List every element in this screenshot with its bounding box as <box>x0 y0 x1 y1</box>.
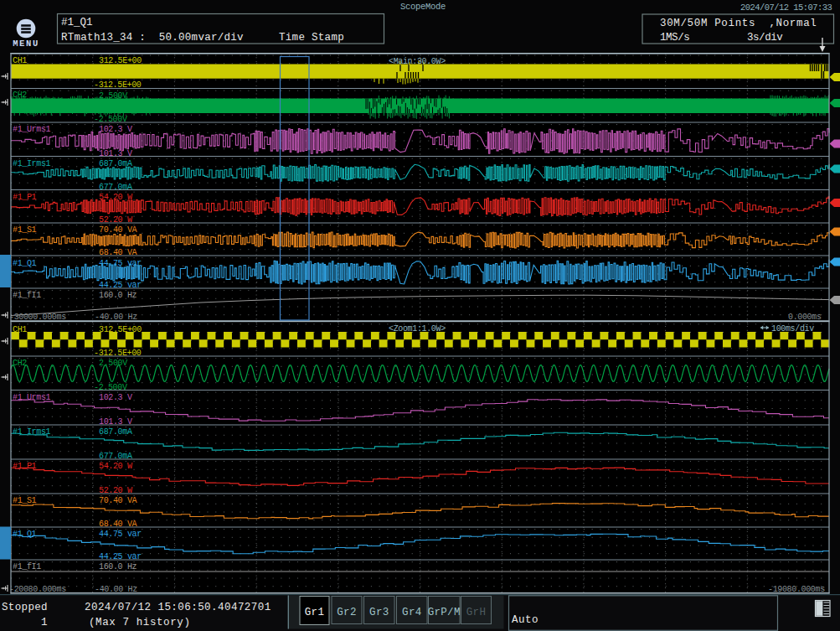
svg-text:GrP/M: GrP/M <box>428 607 461 618</box>
svg-text:677.0mA: 677.0mA <box>99 452 132 461</box>
svg-text:-20080.000ms: -20080.000ms <box>9 585 66 594</box>
svg-text:101.3 V: 101.3 V <box>99 417 132 427</box>
svg-text:-30000.000ms: -30000.000ms <box>9 313 66 322</box>
svg-text:Gr3: Gr3 <box>369 607 389 618</box>
svg-text:52.20 W: 52.20 W <box>99 215 132 225</box>
svg-text:70.40 VA: 70.40 VA <box>99 225 137 235</box>
svg-text:Time Stamp: Time Stamp <box>279 32 344 44</box>
svg-text:0.000ms: 0.000ms <box>788 313 822 322</box>
svg-text:102.3 V: 102.3 V <box>99 393 132 402</box>
svg-text:54.20 W: 54.20 W <box>99 462 132 471</box>
svg-text:CH1: CH1 <box>13 56 27 65</box>
svg-text:-40.00 Hz: -40.00 Hz <box>95 313 137 322</box>
svg-text:101.3 V: 101.3 V <box>99 149 132 158</box>
svg-text:Gr2: Gr2 <box>337 607 356 618</box>
svg-text:#1_fI1: #1_fI1 <box>13 291 41 300</box>
svg-text:2024/07/12 15:06:50.40472701: 2024/07/12 15:06:50.40472701 <box>85 602 271 613</box>
svg-text:2.500V: 2.500V <box>99 91 127 101</box>
svg-text:#1_Q1: #1_Q1 <box>13 530 37 539</box>
svg-text:GrH: GrH <box>466 607 486 618</box>
svg-text:#1_Q1: #1_Q1 <box>13 259 37 268</box>
svg-text:52.20 W: 52.20 W <box>99 486 132 495</box>
svg-text:#1_P1: #1_P1 <box>13 193 37 202</box>
svg-text:MENU: MENU <box>13 39 39 49</box>
svg-text:Stopped: Stopped <box>2 602 48 613</box>
svg-text:677.0mA: 677.0mA <box>99 183 132 192</box>
svg-text:-312.5E+00: -312.5E+00 <box>94 80 142 90</box>
svg-text:ScopeMode: ScopeMode <box>400 2 446 12</box>
svg-text:(Max 7 history): (Max 7 history) <box>89 617 191 628</box>
svg-text:#1_P1: #1_P1 <box>13 462 37 471</box>
svg-text:1: 1 <box>41 617 48 628</box>
svg-text:#1_Q1: #1_Q1 <box>61 17 93 28</box>
svg-text:312.5E+00: 312.5E+00 <box>99 325 142 334</box>
svg-text:<Main:30.0W>: <Main:30.0W> <box>389 57 446 66</box>
svg-text:102.3 V: 102.3 V <box>99 125 132 134</box>
svg-text:44.25 var: 44.25 var <box>99 281 142 290</box>
svg-text:44.25 var: 44.25 var <box>99 552 142 561</box>
svg-text:160.0 Hz: 160.0 Hz <box>99 291 137 300</box>
svg-text:Auto: Auto <box>512 614 539 626</box>
svg-text:CH2: CH2 <box>13 359 27 368</box>
svg-text:68.40 VA: 68.40 VA <box>99 248 137 257</box>
svg-text:#1_Urms1: #1_Urms1 <box>13 125 51 134</box>
svg-text:Gr1: Gr1 <box>305 607 324 618</box>
svg-text:3s/div: 3s/div <box>747 32 783 44</box>
svg-text:RTmath13_34 : 50.00mvar/div: RTmath13_34 : 50.00mvar/div <box>61 32 244 44</box>
svg-text:#1_Irms1: #1_Irms1 <box>13 159 51 168</box>
svg-text:68.40 VA: 68.40 VA <box>99 520 137 529</box>
svg-text:2024/07/12 15:07:33: 2024/07/12 15:07:33 <box>740 3 832 13</box>
svg-text:-19080.000ms: -19080.000ms <box>768 585 825 594</box>
svg-text:54.20 W: 54.20 W <box>99 193 132 202</box>
svg-text:100ms/div: 100ms/div <box>771 324 814 334</box>
svg-text:#1_Urms1: #1_Urms1 <box>13 393 51 402</box>
svg-text:-2.500V: -2.500V <box>94 115 127 124</box>
svg-text:Gr4: Gr4 <box>402 607 421 618</box>
svg-text:30M/50M Points ,Normal: 30M/50M Points ,Normal <box>660 18 817 29</box>
svg-text:#1_S1: #1_S1 <box>13 496 37 505</box>
svg-text:CH2: CH2 <box>13 91 27 100</box>
svg-text:44.75 var: 44.75 var <box>99 259 142 268</box>
svg-text:#1_fI1: #1_fI1 <box>13 562 41 572</box>
svg-text:160.0 Hz: 160.0 Hz <box>99 562 137 572</box>
svg-text:687.0mA: 687.0mA <box>99 427 132 437</box>
svg-text:#1_S1: #1_S1 <box>13 225 37 235</box>
svg-text:<Zoom1:1.0W>: <Zoom1:1.0W> <box>389 324 446 334</box>
svg-text:#1_Irms1: #1_Irms1 <box>13 427 51 437</box>
svg-text:1MS/s: 1MS/s <box>660 32 689 44</box>
svg-text:44.75 var: 44.75 var <box>99 530 142 539</box>
svg-text:CH1: CH1 <box>13 325 27 334</box>
svg-text:70.40 VA: 70.40 VA <box>99 496 137 505</box>
svg-text:-40.00 Hz: -40.00 Hz <box>95 585 137 594</box>
svg-text:2.500V: 2.500V <box>99 359 127 368</box>
svg-text:-312.5E+00: -312.5E+00 <box>94 349 142 358</box>
svg-text:312.5E+00: 312.5E+00 <box>99 56 142 65</box>
svg-text:-2.500V: -2.500V <box>94 383 127 392</box>
svg-text:687.0mA: 687.0mA <box>99 159 132 168</box>
